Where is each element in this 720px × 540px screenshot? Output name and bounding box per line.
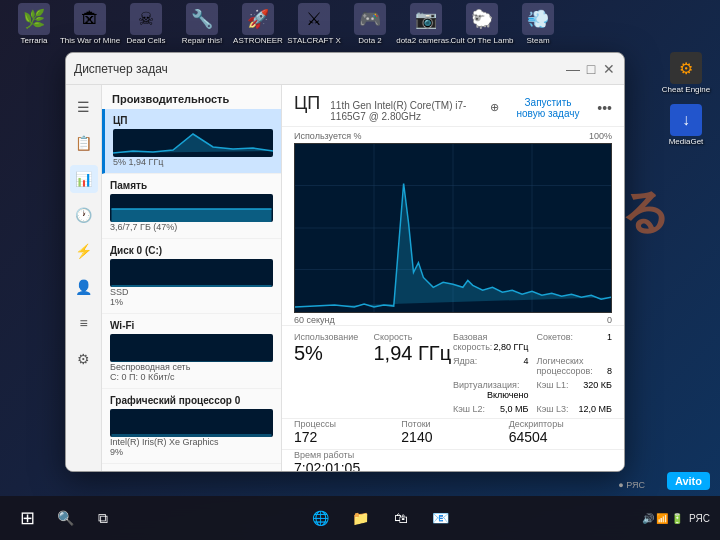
clock: РЯС: [689, 513, 710, 524]
minimize-button[interactable]: —: [566, 62, 580, 76]
sidebar-startup-icon[interactable]: ⚡: [70, 237, 98, 265]
perf-gpu-label: Графический процессор 0: [110, 395, 273, 406]
desktop-icon-dota2cameras...[interactable]: 📷 dota2 cameras...: [400, 3, 452, 45]
perf-cpu-detail: 5% 1,94 ГГц: [113, 157, 273, 167]
taskbar: ⊞ 🔍 ⧉ 🌐 📁 🛍 📧 🔊 📶 🔋 РЯС: [0, 496, 720, 540]
l3-label: Кэш L3:: [537, 404, 569, 414]
performance-sidebar: Производительность ЦП 5% 1,94 ГГц Память: [102, 85, 282, 471]
uptime-stat: Время работы 7:02:01:05: [282, 449, 624, 471]
icon-img: 📷: [410, 3, 442, 35]
taskview-button[interactable]: ⧉: [86, 501, 120, 535]
run-new-task-button[interactable]: Запустить новую задачу: [507, 94, 590, 122]
usage-label: Использование: [294, 332, 374, 342]
perf-item-memory[interactable]: Память 3,6/7,7 ГБ (47%): [102, 174, 281, 239]
taskbar-explorer-icon[interactable]: 📁: [344, 501, 378, 535]
perf-wifi-detail: Беспроводная сетьС: 0 П: 0 Кбит/с: [110, 362, 273, 382]
icon-img: 🔧: [186, 3, 218, 35]
perf-item-cpu[interactable]: ЦП 5% 1,94 ГГц: [102, 109, 281, 174]
desktop-icon-deadcells[interactable]: ☠ Dead Cells: [120, 3, 172, 45]
taskbar-mail-icon[interactable]: 📧: [424, 501, 458, 535]
perf-mem-detail: 3,6/7,7 ГБ (47%): [110, 222, 273, 232]
close-button[interactable]: ✕: [602, 62, 616, 76]
desktop-icon-terraria[interactable]: 🌿 Terraria: [8, 3, 60, 45]
desktop-icon-astroneer[interactable]: 🚀 ASTRONEER: [232, 3, 284, 45]
run-task-icon: ⊕: [490, 101, 499, 114]
processes-stat: Процессы 172: [294, 419, 397, 445]
graph-labels-top: Используется % 100%: [294, 131, 612, 141]
logical-value: 8: [607, 366, 612, 376]
desktop-icon-stalcraftx[interactable]: ⚔ STALCRAFT X: [288, 3, 340, 45]
stats-row: Использование 5% Скорость 1,94 ГГц Базов…: [282, 325, 624, 418]
cores-row: Ядра: 4: [453, 356, 529, 376]
perf-section-title: Производительность: [102, 85, 281, 109]
taskbar-left: ⊞ 🔍 ⧉: [10, 501, 120, 535]
desktop-icon-cultofthelamb[interactable]: 🐑 Cult Of The Lamb: [456, 3, 508, 45]
sidebar-details-icon[interactable]: ≡: [70, 309, 98, 337]
threads-value: 2140: [401, 429, 504, 445]
desktop-icon-dota2[interactable]: 🎮 Dota 2: [344, 3, 396, 45]
cheat-engine-icon[interactable]: ⚙ Cheat Engine: [660, 52, 712, 94]
avito-badge: Avito: [667, 472, 710, 490]
more-options-icon[interactable]: •••: [597, 100, 612, 116]
l1-row: Кэш L1: 320 КБ: [537, 380, 613, 400]
speed-value: 1,94 ГГц: [374, 342, 454, 365]
perf-disk-label: Диск 0 (С:): [110, 245, 273, 256]
processes-value: 172: [294, 429, 397, 445]
sockets-label: Сокетов:: [537, 332, 574, 342]
cpu-name: 11th Gen Intel(R) Core(TM) i7-1165G7 @ 2…: [330, 100, 489, 122]
cpu-graph: [294, 143, 612, 313]
descriptors-stat: Дескрипторы 64504: [509, 419, 612, 445]
sidebar-services-icon[interactable]: ⚙: [70, 345, 98, 373]
virt-value: Включено: [487, 390, 529, 400]
sidebar-performance-icon[interactable]: 📊: [70, 165, 98, 193]
icon-img: 🏚: [74, 3, 106, 35]
l2-value: 5,0 МБ: [500, 404, 528, 414]
perf-cpu-label: ЦП: [113, 115, 273, 126]
l1-value: 320 КБ: [583, 380, 612, 390]
perf-item-wifi[interactable]: Wi-Fi Беспроводная сетьС: 0 П: 0 Кбит/с: [102, 314, 281, 389]
graph-y-max: 100%: [589, 131, 612, 141]
desktop-icon-thiswarofmine[interactable]: 🏚 This War of Mine: [64, 3, 116, 45]
icon-img: 🎮: [354, 3, 386, 35]
graph-uses-label: Используется %: [294, 131, 362, 141]
sidebar-users-icon[interactable]: 👤: [70, 273, 98, 301]
taskbar-store-icon[interactable]: 🛍: [384, 501, 418, 535]
disk-mini-graph: [110, 259, 273, 287]
processes-label: Процессы: [294, 419, 397, 429]
threads-stat: Потоки 2140: [401, 419, 504, 445]
sidebar-history-icon[interactable]: 🕐: [70, 201, 98, 229]
icon-img: ☠: [130, 3, 162, 35]
desktop: 🌿 Terraria 🏚 This War of Mine ☠ Dead Cel…: [0, 0, 720, 540]
mediaget-icon[interactable]: ↓ MediaGet: [660, 104, 712, 146]
icon-img: 🚀: [242, 3, 274, 35]
l2-label: Кэш L2:: [453, 404, 485, 414]
uptime-value: 7:02:01:05: [294, 460, 612, 471]
desktop-icon-steam[interactable]: 💨 Steam: [512, 3, 564, 45]
perf-item-gpu[interactable]: Графический процессор 0 Intel(R) Iris(R)…: [102, 389, 281, 464]
sidebar-menu-icon[interactable]: ☰: [70, 93, 98, 121]
taskbar-chrome-icon[interactable]: 🌐: [304, 501, 338, 535]
l3-row: Кэш L3: 12,0 МБ: [537, 404, 613, 414]
title-bar: Диспетчер задач — □ ✕: [66, 53, 624, 85]
perf-item-disk[interactable]: Диск 0 (С:) SSD1%: [102, 239, 281, 314]
perf-wifi-label: Wi-Fi: [110, 320, 273, 331]
desc-label: Дескрипторы: [509, 419, 612, 429]
maximize-button[interactable]: □: [584, 62, 598, 76]
speed-label: Скорость: [374, 332, 454, 342]
svg-rect-3: [112, 361, 272, 362]
gpu-mini-graph: [110, 409, 273, 437]
icon-img: 💨: [522, 3, 554, 35]
l3-value: 12,0 МБ: [579, 404, 612, 414]
speed-stat: Скорость 1,94 ГГц: [374, 332, 454, 414]
main-actions: ⊕ Запустить новую задачу •••: [490, 94, 612, 122]
sidebar-processes-icon[interactable]: 📋: [70, 129, 98, 157]
perf-gpu-detail: Intel(R) Iris(R) Xe Graphics9%: [110, 437, 273, 457]
search-taskbar-button[interactable]: 🔍: [48, 501, 82, 535]
desktop-icon-repairthis![interactable]: 🔧 Repair this!: [176, 3, 228, 45]
pyk-text: ● РЯС: [618, 480, 645, 490]
main-title: ЦП: [294, 93, 320, 114]
start-button[interactable]: ⊞: [10, 501, 44, 535]
cores-value: 4: [523, 356, 528, 366]
graph-labels-bottom: 60 секунд 0: [294, 315, 612, 325]
mem-mini-graph: [110, 194, 273, 222]
